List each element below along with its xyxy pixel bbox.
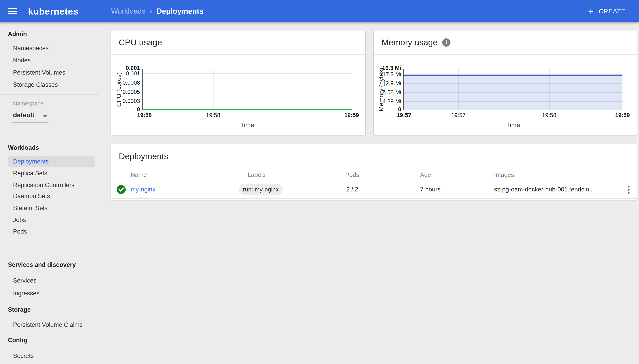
sidebar-section-storage: Storage [8,306,31,314]
sidebar-item-nodes[interactable]: Nodes [13,56,31,64]
cpu-xtick: 19:58 [206,112,221,118]
sidebar-item-daemon-sets[interactable]: Daemon Sets [13,192,50,200]
deployments-title: Deployments [119,152,168,161]
memory-ytick: 8.58 Mi [374,89,401,96]
sidebar-item-jobs[interactable]: Jobs [13,216,26,224]
memory-ytick-max: 19.3 Mi [374,64,401,71]
sidebar-item-pods[interactable]: Pods [13,228,27,236]
sidebar-item-persistent-volumes[interactable]: Persistent Volumes [13,68,65,77]
namespace-label: Namespace [13,100,44,108]
memory-ytick: 17.2 Mi [374,71,401,78]
age-cell: 7 hours [420,185,441,194]
breadcrumb-parent[interactable]: Workloads [111,7,145,15]
sidebar-section-config: Config [8,336,27,344]
sidebar-divider [0,94,98,95]
sidebar-item-namespaces[interactable]: Namespaces [13,44,49,52]
card-divider [111,54,365,55]
sidebar-nav: Admin Namespaces Nodes Persistent Volume… [0,22,98,364]
memory-chart-plot [404,69,622,110]
namespace-select[interactable]: default [12,110,49,121]
more-vert-icon[interactable] [625,185,632,194]
cpu-ytick: 0.0003 [111,98,140,104]
sidebar-item-stateful-sets[interactable]: Stateful Sets [13,204,48,212]
cpu-ytick-zero: 0 [111,106,140,112]
memory-xtick: 19:58 [542,112,556,118]
cpu-series-line [143,109,352,110]
cpu-usage-card: CPU usage CPU (cores) 0.001 0.001 0.0008… [111,30,365,135]
column-header-images: Images [494,171,514,179]
sidebar-item-replication-controllers[interactable]: Replication Controllers [13,181,74,189]
sidebar-section-admin: Admin [8,30,27,38]
sidebar-item-secrets[interactable]: Secrets [13,352,34,360]
table-divider [111,198,637,199]
memory-xtick: 19:59 [615,112,630,118]
info-icon[interactable]: i [442,38,451,47]
cpu-usage-title: CPU usage [119,38,162,47]
sidebar-item-deployments-active[interactable]: Deployments [8,156,95,167]
column-header-name: Name [131,171,147,179]
check-circle-icon [117,185,126,194]
sidebar-section-services-discovery: Services and discovery [8,261,76,269]
plus-icon: + [588,8,594,14]
cpu-y-axis-line [142,69,143,110]
gridline [143,83,352,83]
gridline [213,69,214,110]
dropdown-caret-icon [43,115,47,118]
memory-ytick-zero: 0 [374,106,401,112]
gridline [143,74,352,74]
images-cell: sz-pg-oam-docker-hub-001.tendclo.. [494,185,592,194]
namespace-value: default [13,111,34,119]
cpu-xtick: 19:58 [137,112,152,118]
sidebar-item-services[interactable]: Services [13,276,37,285]
cpu-xtick: 19:59 [344,112,359,118]
menu-icon[interactable] [8,8,17,14]
memory-usage-title: Memory usage [381,38,438,47]
column-header-labels: Labels [248,171,266,179]
memory-xtick: 19:57 [451,112,466,118]
pods-cell: 2 / 2 [346,185,358,194]
memory-series-area [404,74,622,110]
sidebar-item-replica-sets[interactable]: Replica Sets [13,169,47,178]
memory-x-axis-title: Time [506,122,520,129]
chevron-right-icon: › [150,7,152,15]
memory-usage-card: Memory usage i Memory (bytes) 19.3 Mi 17… [374,30,637,135]
memory-ytick: 4.29 Mi [374,98,401,105]
table-divider [111,181,637,182]
create-button[interactable]: + CREATE [586,5,627,18]
memory-xtick: 19:57 [397,112,411,118]
namespace-select-underline [12,122,49,123]
breadcrumb: Workloads › Deployments [111,7,203,16]
breadcrumb-current: Deployments [157,7,204,16]
label-chip: run: my-nginx [239,184,283,195]
app-header: kubernetes Workloads › Deployments + CRE… [0,0,639,22]
memory-ytick: 12.9 Mi [374,80,401,86]
sidebar-item-ingresses[interactable]: Ingresses [13,289,39,298]
memory-series-line [404,74,622,76]
gridline [143,92,352,92]
column-header-pods: Pods [345,171,359,179]
deployments-card: Deployments Name Labels Pods Age Images … [111,144,637,200]
cpu-x-axis-title: Time [240,122,254,129]
cpu-ytick: 0.0008 [111,79,140,86]
deployment-name-link[interactable]: my-nginx [131,185,155,194]
sidebar-section-workloads: Workloads [8,144,39,152]
gridline [143,101,352,101]
cpu-ytick: 0.001 [111,70,140,77]
column-header-age: Age [420,171,431,179]
cpu-chart-plot [143,69,352,110]
card-divider [374,54,637,55]
cpu-ytick: 0.0005 [111,88,140,95]
sidebar-item-storage-classes[interactable]: Storage Classes [13,81,58,89]
table-divider [111,168,637,169]
sidebar-item-persistent-volume-claims[interactable]: Persistent Volume Claims [13,321,83,329]
app-logo: kubernetes [28,6,78,17]
